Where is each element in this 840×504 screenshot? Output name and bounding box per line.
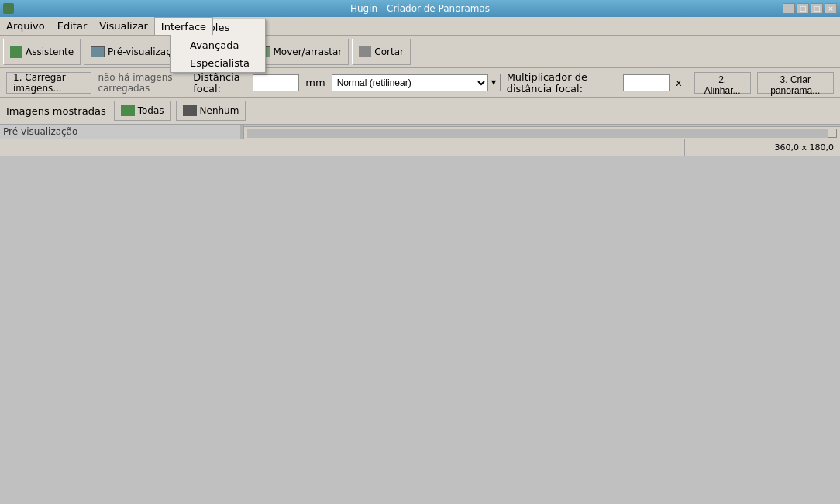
resize-handle[interactable] <box>240 125 243 139</box>
titlebar: Hugin - Criador de Panoramas − □ □ × <box>0 0 840 17</box>
close-button[interactable]: × <box>825 3 837 14</box>
no-images-text: não há imagens carregadas <box>98 72 187 94</box>
menu-visualizar[interactable]: Visualizar <box>93 17 154 35</box>
projection-select-wrap: Normal (retilinear) ▼ <box>332 74 501 91</box>
preview-label: Pré-visualização <box>0 125 243 139</box>
crop-icon <box>359 46 371 57</box>
images-shown-row: Imagens mostradas Todas Nenhum <box>0 98 840 125</box>
status-left <box>0 139 685 156</box>
load-images-button[interactable]: 1. Carregar imagens... <box>6 72 91 94</box>
focal-distance-label: Distância focal: <box>193 71 246 94</box>
all-icon <box>121 105 135 116</box>
focal-unit: mm <box>305 77 325 88</box>
left-panel: Pré-visualização <box>0 125 244 139</box>
align-button[interactable]: 2. Alinhar... <box>694 72 751 94</box>
horizontal-scrollbar[interactable] <box>244 126 840 139</box>
focal-multiplier-input[interactable] <box>623 74 670 91</box>
hscroll-track[interactable] <box>247 129 837 138</box>
all-images-button[interactable]: Todas <box>114 101 171 121</box>
menu-editar[interactable]: Editar <box>51 17 94 35</box>
menubar: Arquivo Editar Visualizar Interface Ajud… <box>0 17 840 36</box>
menu-avancada[interactable]: Avançada <box>171 36 265 54</box>
projection-select[interactable]: Normal (retilinear) <box>332 75 487 91</box>
none-icon <box>183 105 197 116</box>
menu-interface[interactable]: Interface <box>154 17 213 35</box>
focal-distance-input[interactable] <box>253 74 299 91</box>
focal-multiplier-unit: x <box>676 77 682 88</box>
images-shown-label: Imagens mostradas <box>6 105 106 117</box>
no-images-button[interactable]: Nenhum <box>176 101 246 121</box>
minimize-button[interactable]: − <box>783 3 795 14</box>
titlebar-left <box>3 3 14 14</box>
restore-button[interactable]: □ <box>797 3 809 14</box>
preview-icon <box>91 46 105 57</box>
options-row: 1. Carregar imagens... não há imagens ca… <box>0 68 840 98</box>
projection-arrow[interactable]: ▼ <box>487 74 500 91</box>
focal-multiplier-label: Multiplicador de distância focal: <box>507 71 617 94</box>
create-panorama-button[interactable]: 3. Criar panorama... <box>757 72 834 94</box>
toolbar: Assistente Pré-visualização Projeção Mov… <box>0 36 840 68</box>
menu-arquivo[interactable]: Arquivo <box>0 17 51 35</box>
status-right: 360,0 x 180,0 <box>685 139 840 156</box>
assistente-button[interactable]: Assistente <box>3 39 81 65</box>
workspace: Pré-visualização ▲ ▼ <box>0 125 840 139</box>
titlebar-title: Hugin - Criador de Panoramas <box>0 3 840 14</box>
maximize-button[interactable]: □ <box>811 3 823 14</box>
assistant-icon <box>10 46 22 58</box>
app-icon <box>3 3 14 14</box>
right-canvas: ▲ ▼ <box>244 125 840 139</box>
menu-especialista[interactable]: Especialista <box>171 54 265 72</box>
hscroll-thumb[interactable] <box>828 129 837 138</box>
cortar-button[interactable]: Cortar <box>352 39 411 65</box>
titlebar-controls[interactable]: − □ □ × <box>783 3 837 14</box>
statusbar: 360,0 x 180,0 <box>0 139 840 156</box>
